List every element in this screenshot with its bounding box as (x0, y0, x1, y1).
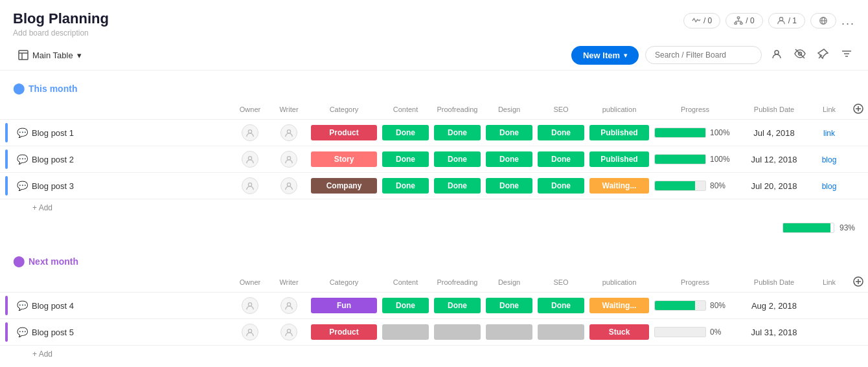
seo-tag[interactable]: Done (538, 151, 584, 167)
cell-category-this-month-2[interactable]: Company (308, 173, 380, 199)
content-tag[interactable]: Done (382, 298, 429, 313)
eye-button[interactable] (792, 45, 808, 65)
col-header---this-month[interactable] (849, 100, 868, 120)
activity-badge[interactable]: / 0 (683, 13, 720, 28)
cell-seo-next-month-0[interactable]: Done (535, 293, 587, 319)
cell-content-next-month-0[interactable]: Done (380, 293, 431, 319)
comment-icon[interactable]: 💬 (17, 154, 28, 164)
cell-seo-next-month-1[interactable] (535, 319, 587, 346)
org-badge[interactable]: / 0 (725, 13, 762, 28)
seo-tag[interactable]: Done (538, 125, 584, 140)
row-link[interactable]: blog (822, 182, 837, 191)
writer-avatar[interactable] (280, 151, 297, 168)
owner-avatar[interactable] (242, 297, 258, 314)
cell-publication-this-month-1[interactable]: Published (587, 146, 652, 173)
proofreading-tag[interactable]: Done (434, 178, 481, 194)
cell-proofreading-next-month-1[interactable] (431, 319, 483, 346)
cell-owner-next-month-0[interactable] (231, 293, 269, 319)
pin-button[interactable] (815, 45, 832, 65)
publication-tag[interactable]: Published (589, 125, 649, 140)
cell-design-this-month-0[interactable]: Done (483, 120, 535, 146)
cell-proofreading-this-month-1[interactable]: Done (431, 146, 483, 173)
row-link[interactable]: blog (822, 155, 837, 164)
category-tag[interactable]: Product (311, 125, 377, 140)
main-table-button[interactable]: Main Table ▾ (13, 47, 87, 63)
content-tag[interactable]: Done (382, 125, 429, 140)
add-row-cell-next-month[interactable]: + Add (0, 346, 868, 363)
add-row-this-month[interactable]: + Add (0, 199, 868, 217)
cell-content-this-month-2[interactable]: Done (380, 173, 431, 199)
cell-publication-next-month-1[interactable]: Stuck (587, 319, 652, 346)
new-item-button[interactable]: New Item ▾ (571, 46, 639, 65)
writer-avatar[interactable] (280, 324, 297, 340)
user-filter-button[interactable] (768, 45, 785, 65)
seo-tag[interactable]: Done (538, 298, 584, 313)
category-tag[interactable]: Fun (311, 298, 377, 313)
publication-tag[interactable]: Waiting... (589, 178, 649, 194)
content-tag[interactable]: Done (382, 151, 429, 167)
search-input[interactable] (645, 46, 762, 64)
owner-avatar[interactable] (242, 177, 258, 194)
cell-design-this-month-1[interactable]: Done (483, 146, 535, 173)
group-title-this-month[interactable]: ⬤ This month (13, 82, 77, 95)
col-header---next-month[interactable] (849, 272, 868, 293)
comment-icon[interactable]: 💬 (17, 327, 28, 337)
group-collapse-icon-next-month[interactable]: ⬤ (13, 255, 25, 267)
proofreading-tag[interactable]: Done (434, 125, 481, 140)
cell-owner-this-month-0[interactable] (231, 120, 269, 146)
cell-category-this-month-0[interactable]: Product (308, 120, 380, 146)
cell-link-this-month-2[interactable]: blog (810, 173, 849, 199)
comment-icon[interactable]: 💬 (17, 128, 28, 138)
cell-category-next-month-1[interactable]: Product (308, 319, 380, 346)
group-collapse-icon-this-month[interactable]: ⬤ (13, 82, 25, 95)
cell-seo-this-month-0[interactable]: Done (535, 120, 587, 146)
owner-avatar[interactable] (242, 124, 258, 141)
cell-content-next-month-1[interactable] (380, 319, 431, 346)
cell-proofreading-this-month-0[interactable]: Done (431, 120, 483, 146)
cell-owner-this-month-1[interactable] (231, 146, 269, 173)
content-tag[interactable]: Done (382, 178, 429, 194)
board-description[interactable]: Add board description (13, 28, 109, 38)
design-tag[interactable]: Done (486, 125, 532, 140)
cell-publication-next-month-0[interactable]: Waiting... (587, 293, 652, 319)
globe-badge[interactable] (810, 13, 836, 28)
add-row-cell-this-month[interactable]: + Add (0, 199, 868, 217)
row-link[interactable]: link (823, 129, 835, 138)
publication-tag[interactable]: Published (589, 151, 649, 167)
cell-owner-next-month-1[interactable] (231, 319, 269, 346)
cell-proofreading-this-month-2[interactable]: Done (431, 173, 483, 199)
cell-seo-this-month-1[interactable]: Done (535, 146, 587, 173)
writer-avatar[interactable] (280, 177, 297, 194)
group-title-next-month[interactable]: ⬤ Next month (13, 255, 78, 267)
cell-writer-this-month-2[interactable] (269, 173, 308, 199)
members-badge[interactable]: / 1 (768, 13, 805, 28)
design-tag[interactable]: Done (486, 178, 532, 194)
cell-publication-this-month-2[interactable]: Waiting... (587, 173, 652, 199)
cell-publication-this-month-0[interactable]: Published (587, 120, 652, 146)
design-tag[interactable]: Done (486, 298, 532, 313)
cell-content-this-month-0[interactable]: Done (380, 120, 431, 146)
more-button[interactable]: ... (841, 14, 855, 28)
cell-link-this-month-1[interactable]: blog (810, 146, 849, 173)
publication-tag[interactable]: Waiting... (589, 298, 649, 313)
cell-link-this-month-0[interactable]: link (810, 120, 849, 146)
writer-avatar[interactable] (280, 297, 297, 314)
add-row-next-month[interactable]: + Add (0, 346, 868, 363)
category-tag[interactable]: Product (311, 324, 377, 340)
cell-design-next-month-0[interactable]: Done (483, 293, 535, 319)
proofreading-tag[interactable]: Done (434, 151, 481, 167)
publication-tag[interactable]: Stuck (589, 324, 649, 340)
cell-writer-next-month-1[interactable] (269, 319, 308, 346)
cell-owner-this-month-2[interactable] (231, 173, 269, 199)
seo-tag[interactable]: Done (538, 178, 584, 194)
cell-writer-this-month-0[interactable] (269, 120, 308, 146)
cell-design-next-month-1[interactable] (483, 319, 535, 346)
cell-writer-next-month-0[interactable] (269, 293, 308, 319)
owner-avatar[interactable] (242, 151, 258, 168)
comment-icon[interactable]: 💬 (17, 181, 28, 191)
writer-avatar[interactable] (280, 124, 297, 141)
cell-proofreading-next-month-0[interactable]: Done (431, 293, 483, 319)
cell-seo-this-month-2[interactable]: Done (535, 173, 587, 199)
cell-category-next-month-0[interactable]: Fun (308, 293, 380, 319)
cell-content-this-month-1[interactable]: Done (380, 146, 431, 173)
